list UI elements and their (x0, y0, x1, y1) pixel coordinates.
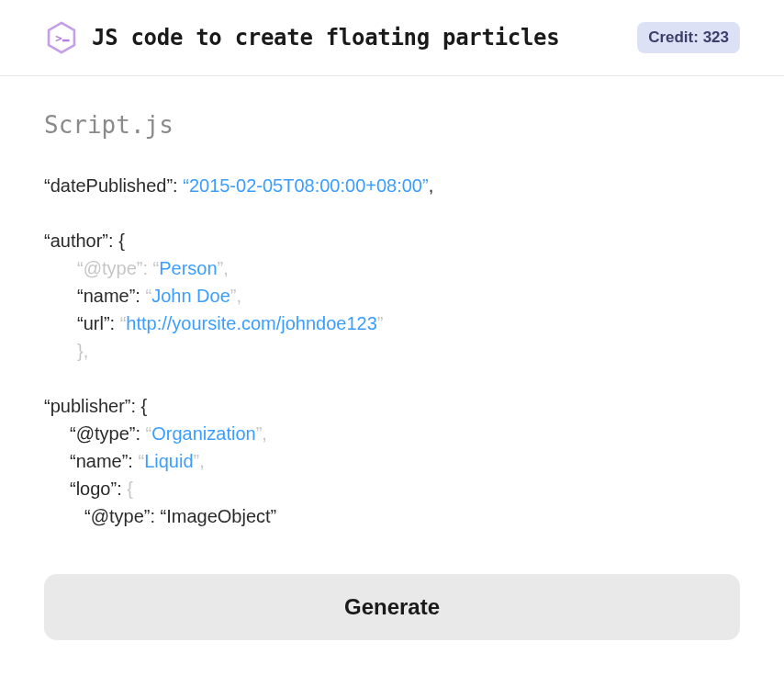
json-key: “logo” (70, 479, 117, 499)
json-key: “@type” (84, 506, 150, 526)
code-line: “logo”: { (44, 475, 740, 502)
svg-rect-2 (62, 39, 70, 41)
code-line: “datePublished”: “2015-02-05T08:00:00+08… (44, 172, 740, 199)
code-line: “@type”: “Organization”, (44, 420, 740, 447)
svg-text:>: > (55, 32, 62, 45)
json-key: “@type” (77, 258, 142, 278)
json-key: “@type” (70, 423, 135, 444)
code-line: “url”: “http://yoursite.com/johndoe123” (44, 310, 740, 337)
code-line: “name”: “John Doe”, (44, 282, 740, 310)
json-value: Liquid (144, 451, 193, 471)
json-key: “publisher” (44, 396, 130, 416)
json-key: “author” (44, 231, 108, 251)
header-bar: > JS code to create floating particles C… (0, 0, 784, 76)
json-key: “url” (77, 313, 110, 333)
json-key: “name” (70, 451, 128, 471)
code-line: }, (44, 337, 740, 365)
code-line: “@type”: “Person”, (44, 254, 740, 282)
code-line: “publisher”: { (44, 392, 740, 420)
json-value: http://yoursite.com/johndoe123 (126, 313, 377, 333)
code-line: “author”: { (44, 227, 740, 254)
generate-button[interactable]: Generate (44, 574, 740, 640)
json-value: “2015-02-05T08:00:00+08:00” (183, 175, 428, 196)
json-key: “datePublished” (44, 175, 173, 196)
code-block: “datePublished”: “2015-02-05T08:00:00+08… (44, 172, 740, 530)
code-line: “@type”: “ImageObject” (44, 502, 740, 530)
json-value: John Doe (151, 286, 230, 306)
json-value: Organization (151, 423, 255, 444)
filename-label: Script.js (44, 111, 740, 139)
code-line: “name”: “Liquid”, (44, 447, 740, 475)
app-logo-icon: > (44, 20, 79, 55)
json-value: “ImageObject” (161, 506, 277, 526)
json-value: Person (159, 258, 217, 278)
page-title: JS code to create floating particles (92, 25, 624, 51)
json-key: “name” (77, 286, 135, 306)
credit-badge: Credit: 323 (637, 22, 740, 53)
content-area: Script.js “datePublished”: “2015-02-05T0… (0, 76, 784, 640)
